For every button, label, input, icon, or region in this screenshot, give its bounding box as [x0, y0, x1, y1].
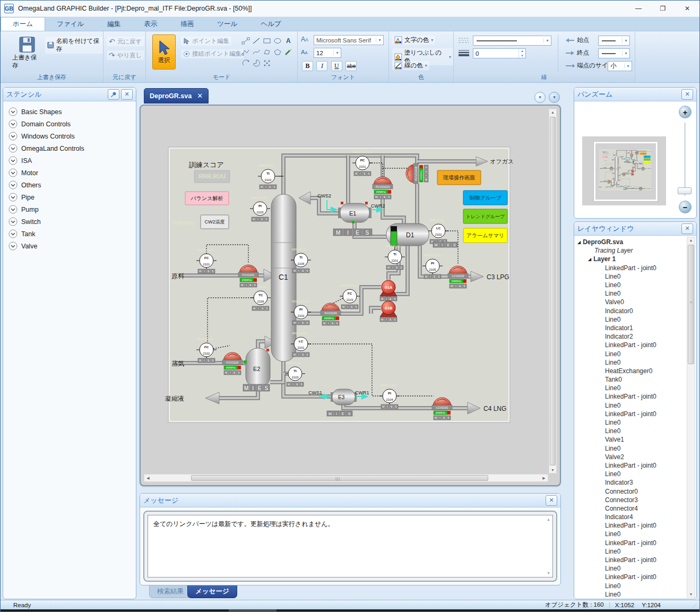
valve-PCV2101A[interactable]: PCV2101APPPP%MIES [373, 177, 393, 199]
valve-FCV2102[interactable]: FCV2102PPPP%MIES [222, 352, 243, 375]
layer-item-line0[interactable]: Line0 [574, 272, 686, 281]
stencil-item-basic-shapes[interactable]: Basic Shapes [3, 106, 136, 118]
menu-item-2[interactable]: 編集 [96, 17, 132, 31]
diagram-button[interactable]: RRR.RUU [194, 170, 230, 183]
stencil-item-switch[interactable]: Switch [3, 216, 136, 228]
vscroll-thumb[interactable] [550, 117, 556, 466]
connect-point-edit-button[interactable]: 接続ポイント編集 [181, 49, 244, 58]
scroll-documents-button[interactable]: ▼ [534, 92, 546, 103]
points-tool-icon[interactable] [262, 58, 272, 68]
maximize-button[interactable]: ❐ [651, 1, 675, 16]
zoom-out-button[interactable]: − [679, 201, 692, 213]
layer-item-linkedpart-joint0[interactable]: LinkedPart - joint0 [574, 264, 686, 272]
expander-icon[interactable]: ◢ [588, 257, 591, 262]
valve-PCV2101B[interactable]: PCV2101BPPPP%MIES [406, 163, 428, 184]
layer-item-linkedpart-joint0[interactable]: LinkedPart - joint0 [574, 539, 686, 547]
scroll-right-icon[interactable]: ▶ [542, 476, 546, 480]
line-style-select[interactable]: ▾ [473, 36, 551, 46]
layer-item-line0[interactable]: Line0 [574, 281, 686, 289]
line-end-select[interactable]: ▾ [598, 48, 630, 58]
layer-item-line0[interactable]: Line0 [574, 564, 686, 573]
resize-grip[interactable]: ⋰ [693, 602, 697, 608]
underline-button[interactable]: U [331, 61, 342, 71]
canvas[interactable]: 訓練スコアRRR.RUU原料蒸気凝縮液C1E1D1E2E3CWS2CWR2CWS… [140, 105, 561, 486]
layer-item-indicator3[interactable]: Indicator3 [574, 478, 686, 487]
stencil-item-motor[interactable]: Motor [3, 167, 136, 179]
diagram-button[interactable]: 現場操作画面 [437, 170, 481, 185]
stencil-item-others[interactable]: Others [3, 179, 136, 191]
layer-item-linkedpart-joint0[interactable]: LinkedPart - joint0 [574, 573, 686, 581]
layer-item-line0[interactable]: Line0 [574, 401, 686, 410]
layer-close-button[interactable]: ✕ [681, 223, 693, 234]
layer-item-line0[interactable]: Line0 [574, 582, 686, 590]
point-edit-button[interactable]: ポイント編集 [181, 37, 231, 46]
layer-item-line0[interactable]: Line0 [574, 427, 686, 435]
diagram-button[interactable]: 制御グループ [463, 191, 507, 205]
diagram-button[interactable]: バランス解析 [185, 192, 229, 205]
connector-tool-icon[interactable] [240, 36, 250, 46]
diagram-label[interactable]: 蒸気 [171, 360, 184, 367]
scroll-up-icon[interactable]: ▲ [687, 238, 695, 242]
diagram-label[interactable]: C4 LNG [483, 405, 506, 412]
layer-item-line0[interactable]: Line0 [574, 418, 686, 427]
layer-item-linkedpart-joint0[interactable]: LinkedPart - joint0 [574, 341, 686, 349]
diagram-label[interactable]: E3 [338, 394, 345, 400]
scroll-up-icon[interactable]: ▲ [549, 110, 556, 114]
diagram-label[interactable]: CWR2 [371, 203, 385, 209]
document-tab-close-icon[interactable]: ✕ [197, 92, 203, 100]
diagram-label[interactable]: C1 [279, 273, 288, 281]
text-tool-icon[interactable]: A [283, 36, 293, 46]
panzoom-close-button[interactable]: ✕ [681, 89, 693, 100]
polyline-tool-icon[interactable] [240, 47, 250, 57]
panzoom-thumbnail-box[interactable] [582, 136, 666, 205]
layer-tracing[interactable]: Tracing Layer [574, 246, 686, 255]
layer-1[interactable]: ◢Layer 1 [574, 255, 686, 263]
pump-G1B[interactable]: G1BMIES [380, 301, 397, 322]
font-family-select[interactable]: Microsoft Sans Serif ▾ [314, 35, 384, 45]
redo-button[interactable]: ↷ やり直し [107, 50, 144, 60]
layer-item-linkedpart-joint0[interactable]: LinkedPart - joint0 [574, 461, 686, 470]
spin-down-icon[interactable]: ▼ [519, 54, 525, 58]
curve-tool-icon[interactable] [251, 47, 261, 57]
layer-item-line0[interactable]: Line0 [574, 444, 686, 453]
layer-item-line0[interactable]: Line0 [574, 384, 686, 392]
stencil-item-domain-controls[interactable]: Domain Controls [3, 118, 136, 130]
diagram-button[interactable]: CW2温度 [201, 215, 229, 229]
minimize-button[interactable]: — [626, 1, 651, 16]
scroll-down-icon[interactable]: ▼ [549, 468, 556, 472]
ellipse-tool-icon[interactable] [272, 36, 282, 46]
layer-item-line0[interactable]: Line0 [574, 590, 686, 599]
layer-item-line0[interactable]: Line0 [574, 358, 686, 367]
diagram-label[interactable]: E1 [349, 210, 356, 217]
scroll-up-icon[interactable]: ▲ [547, 518, 550, 521]
menu-item-3[interactable]: 表示 [132, 17, 169, 31]
italic-button[interactable]: I [316, 61, 327, 71]
canvas-vscrollbar[interactable]: ▲ ▼ [549, 109, 557, 473]
layer-item-valve1[interactable]: Valve1 [574, 435, 686, 444]
scroll-down-icon[interactable]: ▼ [687, 592, 695, 596]
layer-item-linkedpart-joint0[interactable]: LinkedPart - joint0 [574, 556, 686, 564]
layer-item-connector3[interactable]: Connector3 [574, 496, 686, 504]
valve-FCV2101[interactable]: FCV2101PPPP%MIES [238, 265, 258, 287]
tab-search-results[interactable]: 検索結果 [149, 585, 192, 598]
pump-G1A[interactable]: G1AMIES [380, 280, 397, 301]
document-tab[interactable]: DeproGR.sva ✕ [144, 88, 209, 104]
layer-item-indicator4[interactable]: Indicator4 [574, 513, 686, 521]
layer-scrollbar[interactable]: ▲ ≡ ▼ [687, 237, 695, 598]
rect-tool-icon[interactable] [262, 36, 272, 46]
layer-item-line0[interactable]: Line0 [574, 349, 686, 358]
line-start-select[interactable]: ▾ [598, 36, 630, 46]
stencil-item-omegaland-controls[interactable]: OmegaLand Controls [3, 142, 136, 154]
save-as-button[interactable]: 名前を付けて保存 [45, 37, 103, 54]
layer-item-linkedpart-joint0[interactable]: LinkedPart - joint0 [574, 392, 686, 401]
layer-item-line0[interactable]: Line0 [574, 530, 686, 538]
diagram-label[interactable]: オフガス [490, 158, 514, 165]
layer-item-connector4[interactable]: Connector4 [574, 504, 686, 513]
canvas-hscrollbar[interactable]: ◀ ||| ▶ [144, 474, 548, 482]
diagram-label[interactable]: D1 [406, 231, 414, 239]
zoom-in-button[interactable]: + [679, 106, 692, 118]
scroll-left-icon[interactable]: ◀ [146, 476, 150, 480]
stencil-item-tank[interactable]: Tank [3, 228, 136, 240]
stencil-item-valve[interactable]: Valve [3, 240, 136, 252]
layer-item-line0[interactable]: Line0 [574, 315, 686, 324]
